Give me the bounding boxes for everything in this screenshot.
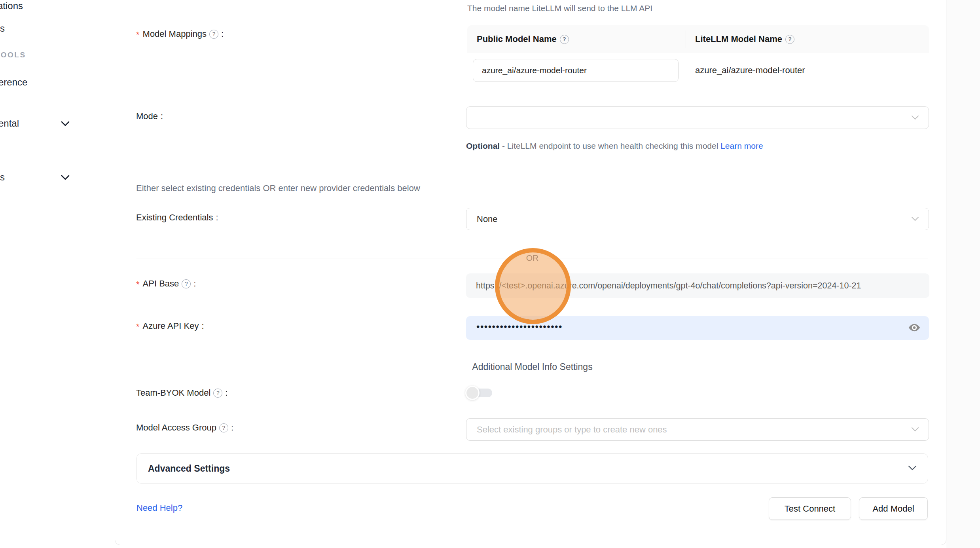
column-header-litellm-model-name: LiteLLM Model Name ? <box>686 34 929 44</box>
chevron-down-icon <box>911 426 919 433</box>
mode-select[interactable] <box>466 106 929 129</box>
mode-label: Mode : <box>136 111 163 121</box>
model-mappings-table: Public Model Name ? LiteLLM Model Name ?… <box>467 25 929 91</box>
sidebar-item-ental[interactable]: ental <box>0 118 19 129</box>
advanced-settings-title: Advanced Settings <box>148 463 230 474</box>
sidebar-item-s2[interactable]: s <box>0 172 5 183</box>
sidebar-item-ations[interactable]: ations <box>0 0 23 11</box>
help-icon[interactable]: ? <box>182 279 191 288</box>
sidebar: ations s TOOLS erence ental s <box>0 0 115 548</box>
masked-password-dots: •••••••••••••••••••••• <box>476 321 563 332</box>
add-model-page: ations s TOOLS erence ental s The model … <box>0 0 980 548</box>
mode-helper-text: Optional - LiteLLM endpoint to use when … <box>466 138 787 154</box>
model-access-group-placeholder: Select existing groups or type to create… <box>477 425 667 435</box>
eye-icon <box>908 321 921 336</box>
help-icon[interactable]: ? <box>560 35 569 44</box>
advanced-settings-panel[interactable]: Advanced Settings <box>136 453 928 484</box>
model-access-group-select[interactable]: Select existing groups or type to create… <box>466 418 929 441</box>
api-base-label: * API Base ? : <box>136 279 196 289</box>
additional-info-divider: Additional Model Info Settings <box>136 362 928 372</box>
toggle-knob <box>465 386 480 400</box>
chevron-down-icon[interactable] <box>60 118 70 129</box>
litellm-model-name-value: azure_ai/azure-model-router <box>695 65 805 76</box>
api-base-input[interactable]: https://<test>.openai.azure.com/openai/d… <box>466 273 929 298</box>
chevron-down-icon[interactable] <box>60 172 70 182</box>
required-marker: * <box>136 322 140 332</box>
model-access-group-label: Model Access Group ? : <box>136 423 233 433</box>
public-model-name-input[interactable] <box>473 59 679 82</box>
required-marker: * <box>136 279 140 290</box>
team-byok-toggle[interactable] <box>467 388 492 398</box>
help-icon[interactable]: ? <box>219 423 228 432</box>
add-model-form-panel: The model name LiteLLM will send to the … <box>115 0 946 545</box>
sidebar-section-tools: TOOLS <box>0 51 26 59</box>
or-divider-text: OR <box>517 253 548 263</box>
additional-info-divider-text: Additional Model Info Settings <box>463 362 601 372</box>
sidebar-item-erence[interactable]: erence <box>0 77 27 88</box>
or-divider: OR <box>136 253 928 263</box>
model-mappings-label: * Model Mappings ? : <box>136 29 224 39</box>
test-connect-button[interactable]: Test Connect <box>769 497 851 520</box>
chevron-down-icon <box>908 465 917 472</box>
help-icon[interactable]: ? <box>213 389 222 398</box>
sidebar-item-s1[interactable]: s <box>0 23 5 34</box>
chevron-down-icon <box>911 114 919 121</box>
add-model-button[interactable]: Add Model <box>859 497 928 520</box>
learn-more-link[interactable]: Learn more <box>720 141 763 150</box>
help-icon[interactable]: ? <box>785 35 794 44</box>
chevron-down-icon <box>911 216 919 223</box>
toggle-password-visibility-button[interactable] <box>907 320 922 336</box>
help-icon[interactable]: ? <box>209 30 218 39</box>
required-marker: * <box>136 30 140 40</box>
column-header-public-model-name: Public Model Name ? <box>467 34 686 44</box>
azure-api-key-input[interactable]: •••••••••••••••••••••• <box>466 316 929 340</box>
model-name-helper-text: The model name LiteLLM will send to the … <box>467 4 652 13</box>
column-divider <box>686 30 686 48</box>
table-row: azure_ai/azure-model-router <box>467 53 929 91</box>
need-help-link[interactable]: Need Help? <box>136 503 182 513</box>
team-byok-label: Team-BYOK Model ? : <box>136 388 227 398</box>
existing-credentials-value: None <box>477 214 498 224</box>
azure-api-key-label: * Azure API Key : <box>136 321 204 331</box>
credentials-note: Either select existing credentials OR en… <box>136 183 420 193</box>
model-mappings-table-header: Public Model Name ? LiteLLM Model Name ? <box>467 25 929 53</box>
existing-credentials-label: Existing Credentials : <box>136 212 218 223</box>
page-background-gap <box>946 0 980 548</box>
existing-credentials-select[interactable]: None <box>466 208 929 230</box>
